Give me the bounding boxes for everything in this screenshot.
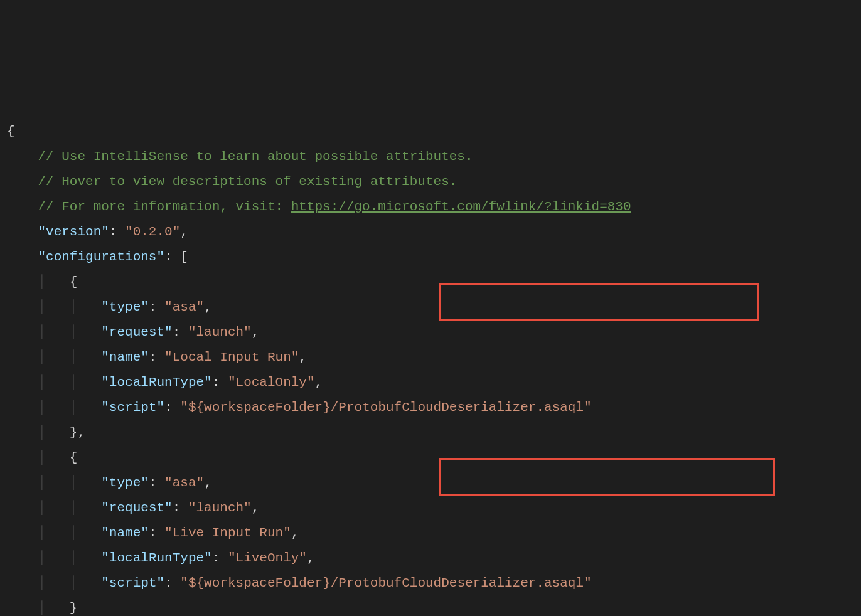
json-key: "version" (38, 225, 109, 239)
code-line: "version": "0.2.0", (6, 220, 861, 245)
open-brace: { (6, 124, 16, 139)
code-line: │ │ "type": "asa", (6, 470, 861, 496)
code-line: │ │ "localRunType": "LiveOnly", (6, 546, 861, 571)
code-line: │ { (6, 270, 861, 295)
code-line: │ │ "name": "Local Input Run", (6, 345, 861, 370)
json-key: "localRunType" (101, 551, 211, 565)
json-value: "${workspaceFolder} (180, 400, 330, 415)
comment: // Use IntelliSense to learn about possi… (38, 149, 473, 164)
code-line: │ │ "script": "${workspaceFolder}/Protob… (6, 571, 861, 596)
json-value: "Live Input Run" (164, 526, 291, 540)
json-value: "launch" (188, 325, 252, 339)
comment: // Hover to view descriptions of existin… (38, 174, 457, 189)
comment-link[interactable]: https://go.microsoft.com/fwlink/?linkid=… (291, 199, 631, 214)
code-editor[interactable]: { // Use IntelliSense to learn about pos… (6, 119, 861, 616)
code-line: │ │ "request": "launch", (6, 496, 861, 521)
code-line: │ │ "request": "launch", (6, 320, 861, 345)
json-key: "request" (101, 325, 172, 339)
code-line: "configurations": [ (6, 245, 861, 270)
json-key: "type" (101, 475, 149, 490)
json-value: "LocalOnly" (228, 375, 315, 390)
json-key: "name" (101, 350, 149, 364)
code-line: // Use IntelliSense to learn about possi… (6, 144, 861, 169)
json-value-highlighted: /ProtobufCloudDeserializer.asaql (331, 400, 584, 415)
json-value: "Local Input Run" (164, 350, 299, 364)
json-value: "LiveOnly" (228, 551, 307, 565)
json-key: "configurations" (38, 250, 164, 264)
json-key: "script" (101, 576, 164, 590)
code-line: │ │ "script": "${workspaceFolder}/Protob… (6, 395, 861, 420)
code-line: │ │ "localRunType": "LocalOnly", (6, 370, 861, 395)
json-value: "asa" (164, 300, 204, 314)
json-key: "type" (101, 300, 149, 314)
json-key: "localRunType" (101, 375, 211, 390)
json-value: " (584, 400, 592, 415)
code-line: │ │ "type": "asa", (6, 295, 861, 320)
json-value: "0.2.0" (125, 225, 180, 239)
json-value: "launch" (188, 501, 252, 515)
code-line: { (6, 119, 861, 144)
code-line: // For more information, visit: https://… (6, 194, 861, 220)
comment: // For more information, visit: (38, 199, 291, 214)
json-key: "name" (101, 526, 149, 540)
json-value: "asa" (164, 475, 204, 490)
code-line: │ }, (6, 420, 861, 445)
json-key: "request" (101, 501, 172, 515)
json-key: "script" (101, 400, 164, 415)
code-line: │ { (6, 445, 861, 470)
code-line: │ │ "name": "Live Input Run", (6, 521, 861, 546)
json-value: "${workspaceFolder} (180, 576, 330, 590)
code-line: │ } (6, 596, 861, 616)
json-value-highlighted: /ProtobufCloudDeserializer.asaql" (331, 576, 592, 590)
code-line: // Hover to view descriptions of existin… (6, 169, 861, 194)
